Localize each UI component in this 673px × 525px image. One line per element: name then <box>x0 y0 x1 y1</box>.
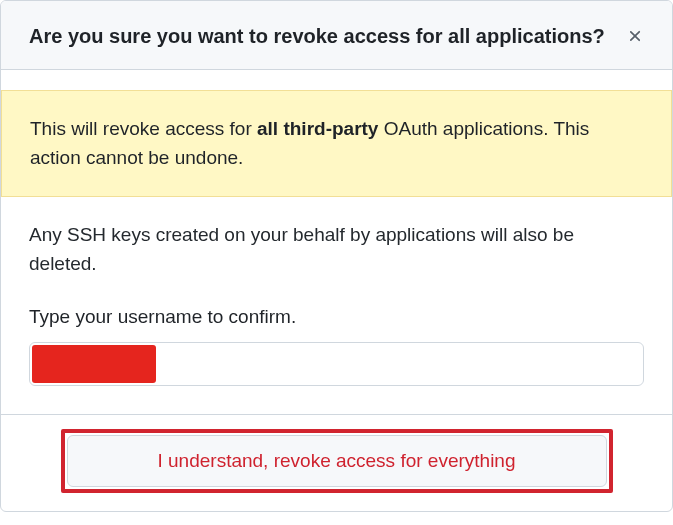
warning-text-prefix: This will revoke access for <box>30 118 257 139</box>
revoke-button[interactable]: I understand, revoke access for everythi… <box>67 435 607 487</box>
dialog-footer: I understand, revoke access for everythi… <box>1 414 672 511</box>
body-text: Any SSH keys created on your behalf by a… <box>29 221 644 278</box>
username-input[interactable] <box>29 342 644 386</box>
dialog-header: Are you sure you want to revoke access f… <box>1 1 672 70</box>
warning-text-bold: all third-party <box>257 118 378 139</box>
username-input-wrap <box>29 342 644 386</box>
dialog-body: Any SSH keys created on your behalf by a… <box>1 197 672 414</box>
revoke-button-wrap: I understand, revoke access for everythi… <box>67 435 607 487</box>
revoke-access-dialog: Are you sure you want to revoke access f… <box>0 0 673 512</box>
confirm-label: Type your username to confirm. <box>29 306 644 328</box>
close-button[interactable] <box>620 21 650 51</box>
dialog-title: Are you sure you want to revoke access f… <box>29 25 605 48</box>
close-icon <box>626 27 644 45</box>
warning-banner: This will revoke access for all third-pa… <box>1 90 672 197</box>
